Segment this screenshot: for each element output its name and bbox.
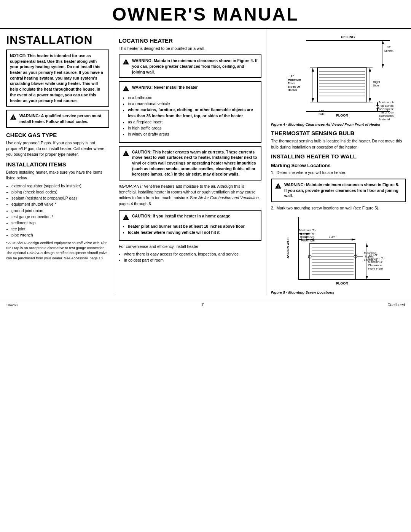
list-item: in a recreational vehicle [128, 101, 258, 107]
figure4-container: CEILING 36" Minimum [271, 34, 406, 127]
list-item: piping (check local codes) [11, 189, 109, 195]
middle-column: LOCATING HEATER This heater is designed … [114, 29, 266, 295]
convenience-intro: For convenience and efficiency, install … [119, 244, 261, 249]
svg-text:Sides Of: Sides Of [288, 85, 300, 88]
svg-rect-64 [310, 243, 355, 280]
step2-label: Mark two mounting screw locations on wal… [277, 206, 379, 210]
installation-items-title: INSTALLATION ITEMS [6, 161, 109, 168]
list-item: pipe wrench [11, 232, 109, 238]
installing-title: INSTALLING HEATER TO WALL [271, 153, 406, 160]
list-item: test gauge connection * [11, 214, 109, 220]
notice-text: NOTICE: This heater is intended for use … [10, 53, 103, 103]
step1-label: Determine where you will locate heater. [277, 170, 346, 175]
warning-maintain-header: ! WARNING: Maintain the minimum clearanc… [123, 58, 258, 75]
caution-triangle-icon2: ! [123, 214, 129, 222]
svg-text:!: ! [125, 61, 126, 65]
svg-text:Clearance: Clearance [301, 235, 315, 239]
svg-marker-30 [312, 68, 314, 72]
locating-heater-title: LOCATING HEATER [119, 37, 261, 44]
svg-text:Mounting: Mounting [364, 251, 376, 255]
right-column: CEILING 36" Minimum [266, 29, 411, 295]
warning-maintain2-header: ! WARNING: Maintain minimum clearances s… [275, 182, 402, 199]
svg-text:From: From [288, 81, 295, 85]
svg-text:Clearance: Clearance [368, 264, 382, 267]
figure4-caption: Figure 4 - Mounting Clearances As Viewed… [271, 122, 406, 127]
list-item: tee joint [11, 226, 109, 232]
svg-marker-31 [312, 98, 314, 102]
installation-footnote: * A CSA/AGA design-certified equipment s… [6, 240, 109, 260]
svg-marker-49 [376, 102, 379, 106]
thermostat-body: The thermostat sensing bulb is located i… [271, 138, 406, 150]
figure5-diagram: FLOOR JOINING WALL [283, 213, 393, 289]
step1-text: 1. Determine where you will locate heate… [271, 170, 406, 176]
list-item: sealant (resistant to propane/LP gas) [11, 195, 109, 201]
left-column: INSTALLATION NOTICE: This heater is inte… [0, 29, 114, 295]
installation-items-list: external regulator (supplied by installe… [11, 183, 109, 238]
warning-qualified-text: WARNING: A qualified service person must… [19, 113, 105, 124]
warning-box-qualified: ! WARNING: A qualified service person mu… [6, 110, 109, 128]
svg-text:7 3/4": 7 3/4" [329, 235, 337, 238]
main-content: INSTALLATION NOTICE: This heater is inte… [0, 29, 411, 295]
list-item: locate heater where moving vehicle will … [128, 230, 258, 235]
installation-title: INSTALLATION [6, 34, 109, 46]
list-item: as a fireplace insert [128, 119, 258, 125]
svg-text:!: ! [125, 152, 126, 156]
warning-never-list: in a bathroom in a recreational vehicle … [128, 95, 258, 137]
svg-text:Minimum: Minimum [288, 78, 301, 81]
svg-text:!: ! [125, 87, 126, 91]
svg-text:!: ! [125, 216, 126, 220]
svg-text:From Wall: From Wall [301, 239, 315, 242]
svg-text:Combustible: Combustible [379, 114, 393, 118]
caution-garage-header: ! CAUTION: If you install the heater in … [123, 213, 258, 222]
list-item: external regulator (supplied by installe… [11, 183, 109, 189]
svg-text:6": 6" [291, 75, 294, 78]
svg-text:Side: Side [319, 112, 325, 116]
figure5-container: FLOOR JOINING WALL [271, 213, 406, 295]
svg-text:!: ! [277, 184, 279, 189]
marking-subtitle: Marking Screw Locations [271, 163, 406, 168]
figure4-diagram: CEILING 36" Minimum [283, 34, 393, 121]
svg-marker-83 [352, 238, 355, 241]
check-gas-title: CHECK GAS TYPE [6, 132, 109, 138]
notice-box: NOTICE: This heater is intended for use … [6, 50, 109, 107]
document-number: 104268 [6, 303, 18, 307]
important-pages: pages 4 through 6. [119, 201, 152, 206]
svg-text:Minimum To: Minimum To [299, 228, 316, 232]
svg-text:CEILING: CEILING [341, 35, 355, 39]
list-item: where there is easy access for operation… [124, 251, 261, 257]
continued-label: Continued [387, 303, 405, 307]
list-item: in coldest part of room [124, 257, 261, 263]
warning-never-header-text: WARNING: Never install the heater [132, 85, 198, 90]
important-label: IMPORTANT: [119, 184, 144, 189]
page-footer: 104268 7 Continued [0, 299, 411, 310]
warning-maintain-box: ! WARNING: Maintain the minimum clearanc… [119, 54, 261, 78]
caution-garage-box: ! CAUTION: If you install the heater in … [119, 210, 261, 241]
svg-text:From Floor: From Floor [368, 267, 383, 270]
caution-warm-box: ! CAUTION: This heater creates warm air … [119, 146, 261, 181]
svg-text:of Carpeting,: of Carpeting, [379, 107, 393, 111]
figure5-caption: Figure 5 - Mounting Screw Locations [271, 290, 406, 295]
caution-garage-text: CAUTION: If you install the heater in a … [132, 213, 230, 219]
svg-text:Heater: Heater [288, 88, 297, 92]
warning-triangle-icon2: ! [123, 58, 129, 67]
list-item: ground joint union [11, 208, 109, 214]
page-title: OWNER'S MANUAL [0, 4, 411, 25]
svg-text:Minimum: Minimum [384, 49, 393, 53]
step2-text: 2. Mark two mounting screw locations on … [271, 205, 406, 211]
important-ref: Air for Combustion and Ventilation, [198, 195, 260, 200]
installation-items-intro: Before installing heater, make sure you … [6, 169, 109, 181]
svg-rect-17 [317, 68, 367, 102]
warning-triangle-icon3: ! [123, 85, 129, 93]
svg-text:Tile or Other: Tile or Other [379, 111, 393, 114]
thermostat-title: THERMOSTAT SENSING BULB [271, 130, 406, 136]
svg-marker-13 [382, 40, 384, 44]
warning-header-qualified: ! WARNING: A qualified service person mu… [10, 113, 105, 124]
svg-text:JOINING WALL: JOINING WALL [287, 236, 290, 259]
svg-text:Top Surface: Top Surface [379, 104, 393, 107]
thermostat-title-text: THERMOSTAT SENSING BULB [271, 130, 354, 136]
svg-text:FLOOR: FLOOR [336, 281, 348, 285]
list-item: in high traffic areas [128, 125, 258, 131]
warning-never-header: ! WARNING: Never install the heater [123, 85, 258, 93]
page-header: OWNER'S MANUAL [0, 0, 411, 29]
warning-maintain-text: WARNING: Maintain the minimum clearances… [132, 58, 258, 75]
